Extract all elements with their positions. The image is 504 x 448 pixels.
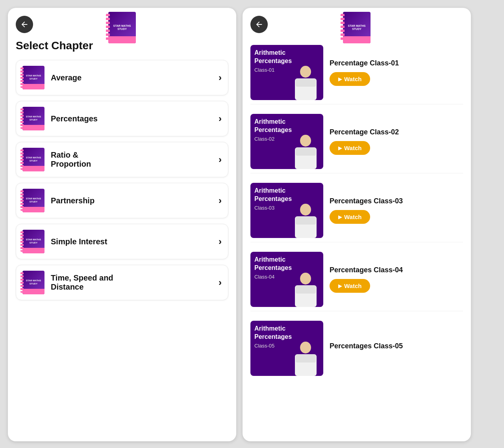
app-container: STAR MATHSSTUDY Select Chapter STAR MATH… (8, 8, 496, 441)
chevron-time-speed: › (219, 277, 222, 288)
video-thumb-class-02: ArithmeticPercentages Class-02 (250, 114, 323, 169)
right-back-button[interactable] (250, 16, 268, 33)
chapter-thumb-simple-interest: STAR MATHSSTUDY (22, 230, 44, 253)
video-class-title-04: Percentages Class-04 (330, 266, 463, 274)
left-back-button[interactable] (16, 16, 33, 33)
chapter-name-time-speed: Time, Speed andDistance (51, 273, 219, 292)
video-class-title-02: Percentage Class-02 (330, 128, 463, 136)
video-thumb-class-05-label: Class-05 (254, 343, 319, 349)
chevron-average: › (219, 72, 222, 83)
right-header: STAR MATHSSTUDY (250, 16, 463, 33)
watch-label-02: Watch (344, 145, 361, 151)
chapter-thumb-ratio: STAR MATHSSTUDY (22, 148, 44, 171)
video-thumb-title-02: ArithmeticPercentages (254, 118, 319, 134)
chapter-name-partnership: Partnership (51, 196, 219, 205)
watch-label-01: Watch (344, 76, 361, 82)
video-item-class-04: ArithmeticPercentages Class-04 Percentag… (250, 248, 463, 311)
video-info-class-04: Percentages Class-04 ▶ Watch (330, 266, 463, 293)
chapter-name-percentages: Percentages (51, 114, 219, 123)
watch-label-03: Watch (344, 214, 361, 220)
chapter-name-simple-interest: Simple Interest (51, 237, 219, 246)
video-thumb-class-02-label: Class-02 (254, 136, 319, 142)
video-thumb-class-03: ArithmeticPercentages Class-03 (250, 183, 323, 238)
video-thumb-class-04: ArithmeticPercentages Class-04 (250, 252, 323, 307)
play-icon-01: ▶ (338, 76, 342, 82)
right-panel: STAR MATHSSTUDY ArithmeticPercentages Cl… (243, 8, 471, 441)
video-class-title-05: Percentages Class-05 (330, 342, 463, 350)
play-icon-04: ▶ (338, 283, 342, 289)
play-icon-02: ▶ (338, 145, 342, 151)
chapter-name-ratio: Ratio &Proportion (51, 151, 219, 169)
watch-button-class-01[interactable]: ▶ Watch (330, 72, 370, 86)
play-icon-03: ▶ (338, 214, 342, 220)
video-info-class-03: Percentages Class-03 ▶ Watch (330, 197, 463, 224)
svg-rect-11 (296, 286, 316, 294)
chevron-percentages: › (219, 113, 222, 124)
chapter-item-partnership[interactable]: STAR MATHSSTUDY Partnership › (16, 183, 228, 218)
chevron-simple-interest: › (219, 236, 222, 247)
chapter-item-time-speed[interactable]: STAR MATHSSTUDY Time, Speed andDistance … (16, 265, 228, 300)
left-notebook-icon: STAR MATHSSTUDY (108, 12, 136, 43)
video-info-class-05: Percentages Class-05 (330, 342, 463, 355)
video-item-class-01: ArithmeticPercentages Class-01 Percentag… (250, 41, 463, 104)
video-thumb-class-01: ArithmeticPercentages Class-01 (250, 45, 323, 100)
video-thumb-class-04-label: Class-04 (254, 274, 319, 280)
video-class-title-03: Percentages Class-03 (330, 197, 463, 205)
chapter-item-simple-interest[interactable]: STAR MATHSSTUDY Simple Interest › (16, 224, 228, 259)
video-info-class-02: Percentage Class-02 ▶ Watch (330, 128, 463, 155)
video-thumb-class-03-label: Class-03 (254, 205, 319, 211)
right-notebook-text: STAR MATHSSTUDY (348, 24, 366, 31)
svg-rect-2 (296, 79, 316, 87)
left-header: STAR MATHSSTUDY (16, 16, 228, 33)
video-thumb-class-05: ArithmeticPercentages Class-05 (250, 321, 323, 376)
watch-label-04: Watch (344, 283, 361, 289)
video-thumb-title-04: ArithmeticPercentages (254, 256, 319, 272)
video-class-title-01: Percentage Class-01 (330, 59, 463, 67)
chapter-item-percentages[interactable]: STAR MATHSSTUDY Percentages › (16, 101, 228, 136)
chevron-partnership: › (219, 195, 222, 206)
video-thumb-title-01: ArithmeticPercentages (254, 49, 319, 65)
video-info-class-01: Percentage Class-01 ▶ Watch (330, 59, 463, 86)
chapter-list: STAR MATHSSTUDY Average › STAR MATHSSTUD… (16, 60, 228, 300)
video-item-class-05: ArithmeticPercentages Class-05 Percentag… (250, 317, 463, 380)
chapter-item-ratio[interactable]: STAR MATHSSTUDY Ratio &Proportion › (16, 142, 228, 177)
video-thumb-class-01-label: Class-01 (254, 67, 319, 73)
video-item-class-03: ArithmeticPercentages Class-03 Percentag… (250, 179, 463, 242)
watch-button-class-04[interactable]: ▶ Watch (330, 279, 370, 293)
chapter-thumb-percentages: STAR MATHSSTUDY (22, 107, 44, 130)
chevron-ratio: › (219, 154, 222, 165)
right-notebook-icon: STAR MATHSSTUDY (343, 12, 371, 43)
watch-button-class-03[interactable]: ▶ Watch (330, 210, 370, 224)
left-notebook-text: STAR MATHSSTUDY (113, 24, 131, 31)
chapter-thumb-average: STAR MATHSSTUDY (22, 66, 44, 89)
video-list: ArithmeticPercentages Class-01 Percentag… (250, 41, 463, 380)
svg-rect-8 (296, 217, 316, 225)
chapter-name-average: Average (51, 73, 219, 82)
video-thumb-title-05: ArithmeticPercentages (254, 325, 319, 341)
video-item-class-02: ArithmeticPercentages Class-02 Percentag… (250, 110, 463, 173)
left-panel: STAR MATHSSTUDY Select Chapter STAR MATH… (8, 8, 236, 441)
watch-button-class-02[interactable]: ▶ Watch (330, 141, 370, 155)
chapter-thumb-partnership: STAR MATHSSTUDY (22, 189, 44, 212)
svg-rect-5 (296, 148, 316, 156)
svg-rect-14 (296, 355, 316, 362)
chapter-thumb-time-speed: STAR MATHSSTUDY (22, 271, 44, 294)
video-thumb-title-03: ArithmeticPercentages (254, 187, 319, 203)
chapter-item-average[interactable]: STAR MATHSSTUDY Average › (16, 60, 228, 95)
